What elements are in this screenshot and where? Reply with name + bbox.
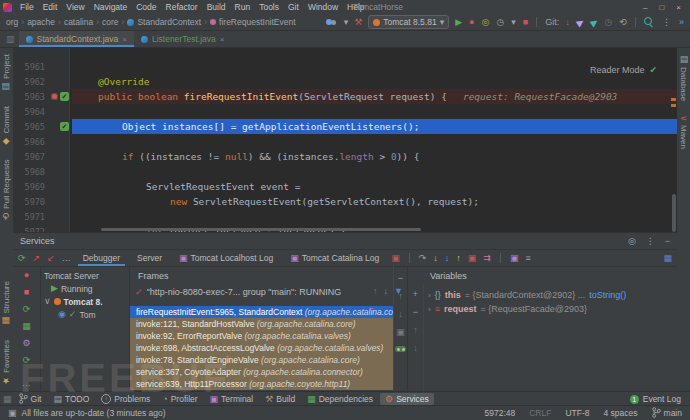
stack-frame[interactable]: invoke:698, AbstractAccessLogValve (org.… [130, 342, 394, 354]
debugger-tab-debugger[interactable]: Debugger [78, 250, 125, 266]
stop-tomcat-icon[interactable]: ■ [24, 288, 29, 297]
tool-window-button-profiler[interactable]: ◔Profiler [157, 393, 202, 405]
stripe-item-project[interactable]: ▤Project [2, 54, 11, 92]
expand-icon[interactable]: › [428, 305, 431, 314]
stack-frame[interactable]: invoke:92, ErrorReportValve (org.apache.… [130, 330, 394, 342]
close-tab-icon[interactable]: × [220, 35, 225, 44]
more-vertical-icon[interactable]: ⋮ [646, 237, 655, 246]
breadcrumb-standardcontext[interactable]: StandardContext [137, 17, 201, 27]
breadcrumb-org[interactable]: org [6, 17, 18, 27]
code-text[interactable]: Object instances[] = getApplicationEvent… [72, 119, 677, 134]
thread-selector[interactable]: ✓ "http-nio-8080-exec-7... group "main":… [135, 287, 365, 297]
menu-code[interactable]: Code [136, 2, 156, 12]
console-icon[interactable]: ▣ [510, 254, 519, 263]
editor-tab-standardcontext-java[interactable]: StandardContext.java× [19, 31, 134, 47]
view-breakpoints-icon[interactable]: ▣ [468, 254, 477, 263]
profiler-dropdown-icon[interactable]: ▾ [511, 18, 516, 27]
menu-tools[interactable]: Tools [259, 2, 279, 12]
line-number[interactable]: 5964 [13, 107, 48, 117]
remove-watch-icon[interactable]: − [413, 308, 418, 317]
variable-row-request[interactable]: ›≡request= {RequestFacade@2903} [428, 302, 675, 316]
step-out-icon[interactable]: ↑ [456, 254, 461, 263]
tab-options-icon[interactable]: ▥ [2, 31, 19, 47]
step-over-icon[interactable]: ↓ [433, 254, 438, 263]
tool-window-button-problems[interactable]: !Problems [96, 393, 155, 405]
frame-up-icon[interactable]: ↑ [398, 292, 403, 301]
search-everywhere-icon[interactable] [644, 17, 654, 27]
settings-target-icon[interactable]: ◎ [628, 237, 636, 246]
add-watch-icon[interactable]: + [413, 290, 418, 299]
code-text[interactable]: @Override [72, 74, 677, 89]
breadcrumb-catalina[interactable]: catalina [64, 17, 93, 27]
error-stripe-mark[interactable] [671, 98, 676, 101]
execution-point-icon[interactable] [51, 93, 58, 100]
line-number[interactable]: 5963 [13, 92, 48, 102]
minimize-button[interactable]: – [643, 3, 647, 12]
breakpoint-check-icon[interactable]: ✓ [60, 92, 69, 101]
line-number[interactable]: 5961 [13, 62, 48, 72]
app-logo-icon[interactable] [3, 3, 12, 12]
line-number[interactable]: 5969 [13, 182, 48, 192]
debugger-tab-tomcat-localhost-log[interactable]: ▣Tomcat Localhost Log [174, 250, 278, 266]
menu-window[interactable]: Window [308, 2, 338, 12]
profiler-icon[interactable]: ◷ [496, 18, 504, 27]
close-button[interactable]: × [676, 3, 681, 12]
stack-frame[interactable]: fireRequestInitEvent:5965, StandardConte… [130, 306, 394, 318]
vertical-scrollbar[interactable] [672, 194, 676, 232]
stack-frame[interactable]: service:639, Http11Processor (org.apache… [130, 378, 394, 390]
status-indent-style[interactable]: 4 spaces [604, 408, 638, 418]
line-number[interactable]: 5966 [13, 137, 48, 147]
strip-more-icon[interactable]: … [22, 379, 31, 388]
refresh-deployment-icon[interactable]: ⟳ [23, 356, 31, 365]
step-into-icon[interactable]: ↓ [445, 254, 450, 263]
status-caret-position[interactable]: 5972:48 [485, 408, 516, 418]
code-text[interactable] [72, 164, 677, 179]
debugger-tab-tomcat-catalina-log[interactable]: ▣Tomcat Catalina Log [285, 250, 384, 266]
breadcrumb-core[interactable]: core [102, 17, 119, 27]
prev-frame-icon[interactable]: ↑ [373, 287, 378, 296]
code-text[interactable]: public boolean fireRequestInitEvent(Serv… [72, 89, 677, 104]
tree-item-deployment[interactable]: ◉✓Tom [44, 308, 129, 321]
stripe-item-favorites[interactable]: ★Favorites [2, 340, 11, 386]
status-file-encoding[interactable]: UTF-8 [565, 408, 589, 418]
variable-row-this[interactable]: ›{}this= {StandardContext@2902} ...toStr… [428, 288, 675, 302]
users-icon[interactable] [325, 18, 338, 27]
tool-window-button-dependencies[interactable]: ▦Dependencies [302, 393, 378, 405]
git-rollback-icon[interactable]: ⟲ [619, 18, 627, 27]
rerun-icon[interactable]: ⟳ [23, 305, 31, 314]
line-number[interactable]: 5962 [13, 77, 48, 87]
deploy-all-icon[interactable]: ▦ [22, 322, 31, 331]
git-update-icon[interactable]: ↓ [565, 18, 570, 27]
stripe-item-maven[interactable]: ∨Maven [679, 115, 688, 149]
debugger-tab-server[interactable]: Server [132, 250, 167, 266]
run-configuration-selector[interactable]: Tomcat 8.5.81 ▾ [368, 15, 449, 29]
code-text[interactable] [72, 104, 677, 119]
close-tab-icon[interactable]: × [122, 35, 127, 44]
hide-frames-icon[interactable]: − [398, 274, 403, 283]
editor-tab-listenertest-java[interactable]: ListenerTest.java× [134, 31, 231, 47]
restore-layout-icon[interactable]: ▦ [663, 254, 672, 263]
tree-item-running-status[interactable]: ▶Running [44, 282, 129, 295]
next-frame-icon[interactable]: ↓ [384, 287, 389, 296]
copy-stack-icon[interactable]: ▣ [396, 328, 405, 337]
stack-frame[interactable]: service:367, CoyoteAdapter (org.apache.c… [130, 366, 394, 378]
code-text[interactable]: new ServletRequestEvent(getServletContex… [72, 194, 677, 209]
tool-window-button-build[interactable]: ⚒Build [260, 393, 300, 405]
error-stripe-mark[interactable] [671, 104, 676, 107]
code-editor[interactable]: 59615962@Override5963✓public boolean fir… [13, 48, 677, 232]
expand-icon[interactable]: › [428, 291, 431, 300]
tostring-link[interactable]: toString() [589, 290, 626, 300]
menu-build[interactable]: Build [207, 2, 226, 12]
coverage-icon[interactable]: ◎ [482, 18, 490, 27]
debug-icon[interactable]: ● [469, 18, 474, 27]
layout-settings-icon[interactable]: ≡ [525, 254, 530, 263]
refresh-icon[interactable]: ⟳ [18, 254, 26, 263]
code-text[interactable] [72, 209, 677, 224]
menu-file[interactable]: File [20, 2, 34, 12]
maximize-button[interactable]: □ [659, 3, 664, 12]
line-number[interactable]: 5965 [13, 122, 48, 132]
expand-all-icon[interactable]: ↗ [33, 254, 41, 263]
tree-item-tomcat-server[interactable]: Tomcat Server [44, 269, 129, 282]
resume-icon[interactable]: ↷ [419, 254, 427, 263]
mute-breakpoints-icon[interactable]: ▣ [391, 254, 400, 263]
